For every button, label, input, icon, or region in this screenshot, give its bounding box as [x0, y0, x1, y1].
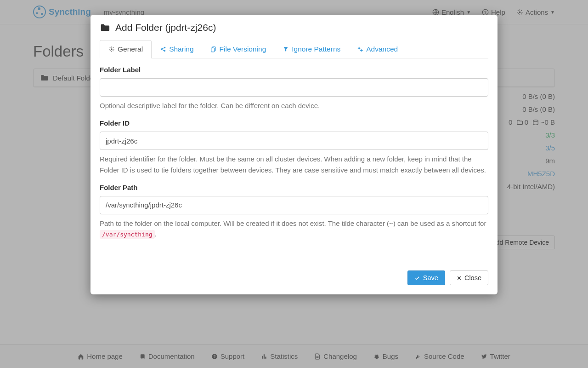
svg-point-14: [358, 47, 360, 49]
folder-path-group: Folder Path Path to the folder on the lo…: [100, 184, 488, 240]
add-folder-modal: Add Folder (jpdrt-zj26c) General Sharing…: [90, 15, 498, 294]
tab-general[interactable]: General: [100, 40, 152, 58]
modal-tabs: General Sharing File Versioning Ignore P…: [100, 40, 488, 58]
folder-id-label: Folder ID: [100, 119, 488, 127]
svg-point-11: [164, 50, 166, 52]
modal-header: Add Folder (jpdrt-zj26c): [90, 15, 498, 40]
modal-footer: Save Close: [90, 257, 498, 294]
files-icon: [210, 46, 217, 52]
folder-path-label: Folder Path: [100, 184, 488, 191]
save-button[interactable]: Save: [407, 270, 445, 285]
folder-id-group: Folder ID Required identifier for the fo…: [100, 119, 488, 175]
folder-label-input[interactable]: [100, 78, 488, 97]
folder-label-label: Folder Label: [100, 66, 488, 74]
svg-point-9: [161, 48, 163, 50]
svg-point-15: [361, 50, 362, 52]
folder-id-help: Required identifier for the folder. Must…: [100, 154, 488, 175]
folder-path-input[interactable]: [100, 196, 488, 214]
close-button[interactable]: Close: [450, 270, 488, 285]
tab-sharing[interactable]: Sharing: [152, 40, 202, 58]
close-icon: [457, 276, 462, 281]
path-code: /var/syncthing: [100, 230, 155, 239]
folder-icon: [100, 23, 110, 33]
svg-point-10: [164, 47, 166, 49]
share-icon: [160, 46, 166, 52]
filter-icon: [283, 46, 289, 52]
modal-title: Add Folder (jpdrt-zj26c): [115, 22, 216, 33]
gear-icon: [108, 46, 115, 52]
cogs-icon: [357, 46, 363, 52]
folder-label-group: Folder Label Optional descriptive label …: [100, 66, 488, 111]
check-icon: [414, 275, 420, 281]
folder-path-help: Path to the folder on the local computer…: [100, 218, 488, 240]
svg-rect-13: [211, 48, 214, 52]
tab-advanced[interactable]: Advanced: [349, 40, 406, 58]
svg-point-8: [111, 48, 113, 50]
folder-id-input[interactable]: [100, 132, 488, 150]
folder-label-help: Optional descriptive label for the folde…: [100, 100, 488, 111]
tab-file-versioning[interactable]: File Versioning: [202, 40, 275, 58]
tab-ignore-patterns[interactable]: Ignore Patterns: [274, 40, 349, 58]
